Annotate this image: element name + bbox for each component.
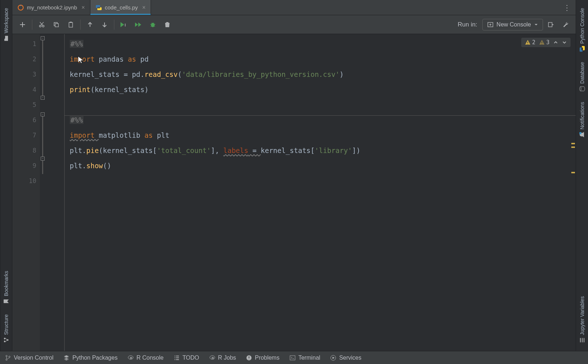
delete-cell-button[interactable] — [161, 18, 174, 31]
tab-label: my_notebook2.ipynb — [27, 4, 77, 11]
rail-label: Bookmarks — [3, 271, 9, 296]
apply-button[interactable] — [544, 18, 558, 31]
move-down-button[interactable] — [98, 18, 111, 31]
code-line[interactable]: kernel_stats = pd.read_csv('data/librari… — [65, 67, 576, 82]
close-icon[interactable]: × — [81, 4, 85, 11]
add-cell-button[interactable] — [16, 18, 29, 31]
scissors-icon — [38, 21, 45, 28]
status-terminal[interactable]: Terminal — [290, 355, 320, 361]
line-number[interactable]: 8 — [12, 143, 40, 158]
code-line[interactable] — [65, 97, 576, 112]
line-number[interactable]: 10 — [12, 173, 40, 189]
status-label: R Jobs — [218, 355, 236, 361]
line-number[interactable]: 7 — [12, 128, 40, 143]
next-highlight-icon[interactable] — [562, 40, 567, 45]
rail-structure[interactable]: Structure — [3, 309, 9, 348]
line-number[interactable]: 2 — [12, 51, 40, 67]
close-icon[interactable]: × — [142, 4, 146, 11]
arrow-down-icon — [101, 21, 108, 28]
weak-warnings-count[interactable]: 3 — [539, 39, 550, 46]
separator — [32, 20, 32, 30]
error-icon — [246, 355, 252, 361]
warnings-count[interactable]: 2 — [525, 39, 535, 46]
fold-handle[interactable]: − — [41, 112, 45, 116]
run-in-label: Run in: — [458, 21, 477, 28]
prev-highlight-icon[interactable] — [553, 40, 558, 45]
fold-handle[interactable]: − — [41, 36, 45, 40]
bell-icon — [579, 132, 585, 137]
rail-workspace[interactable]: Workspace — [3, 3, 9, 46]
status-problems[interactable]: Problems — [246, 355, 279, 361]
fold-handle[interactable]: − — [41, 96, 45, 100]
inspection-summary[interactable]: 2 3 — [521, 38, 571, 47]
run-all-button[interactable] — [132, 18, 145, 31]
code-content[interactable]: 2 3 #%%import pandas as pdkernel_stats =… — [65, 34, 576, 351]
clipboard-icon — [68, 21, 74, 28]
code-line[interactable]: plt.pie(kernel_stats['total_count'], lab… — [65, 143, 576, 158]
svg-point-1 — [20, 5, 21, 6]
left-tool-rail: Workspace Bookmarks Structure — [0, 0, 12, 351]
line-number[interactable]: 9 — [12, 158, 40, 173]
paste-button[interactable] — [64, 18, 77, 31]
error-stripe[interactable] — [571, 34, 576, 351]
rail-database[interactable]: Database — [579, 57, 585, 97]
run-in-selector[interactable]: New Console — [482, 19, 543, 30]
line-number[interactable]: 4 — [12, 82, 40, 97]
tab-label: code_cells.py — [105, 4, 138, 11]
code-line[interactable]: #%% — [65, 112, 576, 128]
status-version-control[interactable]: Version Control — [5, 355, 53, 361]
line-number[interactable]: 6 — [12, 112, 40, 128]
svg-point-12 — [579, 132, 581, 134]
code-line[interactable]: print(kernel_stats) — [65, 82, 576, 97]
stripe-marker[interactable] — [571, 172, 575, 173]
line-number[interactable]: 5 — [12, 97, 40, 112]
rail-jupyter-variables[interactable]: Jupyter Variables — [579, 291, 585, 348]
status-r-jobs[interactable]: R R Jobs — [209, 355, 236, 361]
line-number[interactable]: 3 — [12, 67, 40, 82]
debug-button[interactable] — [146, 18, 159, 31]
checklist-icon — [174, 355, 180, 361]
code-line[interactable]: import matplotlib as plt — [65, 128, 576, 143]
status-python-packages[interactable]: Python Packages — [64, 355, 118, 361]
rail-notifications[interactable]: Notifications — [579, 97, 585, 142]
plus-icon — [19, 21, 26, 28]
separator — [80, 20, 81, 30]
stripe-marker[interactable] — [571, 143, 575, 144]
terminal-icon — [290, 355, 295, 361]
play-icon — [330, 355, 336, 361]
run-cell-icon — [120, 21, 128, 28]
stripe-marker[interactable] — [571, 146, 575, 148]
move-up-button[interactable] — [83, 18, 97, 31]
editor-toolbar: Run in: New Console — [12, 15, 576, 34]
tab-code-cells[interactable]: code_cells.py × — [90, 0, 151, 15]
rail-bookmarks[interactable]: Bookmarks — [3, 266, 9, 309]
branch-icon — [5, 355, 11, 361]
svg-rect-21 — [290, 356, 295, 360]
run-cell-button[interactable] — [117, 18, 130, 31]
python-icon — [579, 46, 585, 52]
status-label: Terminal — [298, 355, 320, 361]
line-number[interactable]: 1 — [12, 36, 40, 51]
database-icon — [579, 86, 585, 92]
cut-button[interactable] — [35, 18, 48, 31]
tabs-overflow-menu[interactable]: ⋮ — [559, 0, 576, 15]
code-line[interactable]: plt.show() — [65, 158, 576, 173]
copy-button[interactable] — [50, 18, 63, 31]
svg-text:R: R — [212, 356, 214, 360]
tab-my-notebook2[interactable]: my_notebook2.ipynb × — [12, 0, 90, 15]
editor-tabs: my_notebook2.ipynb × code_cells.py × ⋮ — [12, 0, 576, 15]
svg-point-15 — [9, 356, 10, 357]
apply-icon — [548, 21, 554, 28]
rail-python-console[interactable]: Python Console — [579, 3, 585, 57]
code-line[interactable] — [65, 173, 576, 189]
status-r-console[interactable]: R R Console — [128, 355, 164, 361]
code-line[interactable]: #%% — [65, 36, 576, 51]
status-services[interactable]: Services — [330, 355, 361, 361]
fold-handle[interactable]: − — [41, 157, 45, 161]
folder-icon — [3, 36, 9, 41]
status-todo[interactable]: TODO — [174, 355, 199, 361]
rail-label: Notifications — [579, 102, 585, 129]
code-editor[interactable]: 12345678910 −−−− 2 3 — [12, 34, 576, 351]
code-line[interactable]: import pandas as pd — [65, 51, 576, 67]
settings-button[interactable] — [559, 18, 572, 31]
